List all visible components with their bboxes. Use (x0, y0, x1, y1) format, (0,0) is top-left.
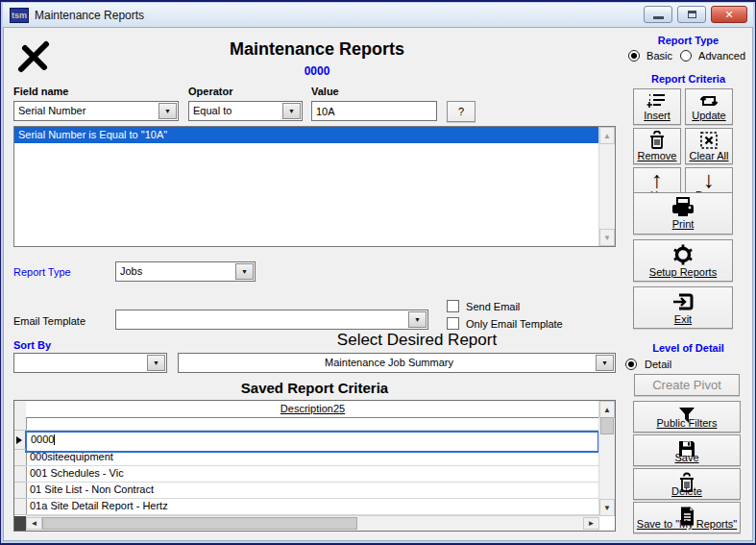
exit-button[interactable]: Exit (633, 286, 733, 329)
chevron-down-icon[interactable]: ▼ (408, 311, 427, 328)
grid-row[interactable]: 01 Site List - Non Contract (26, 482, 599, 499)
selector-line (14, 498, 26, 499)
scroll-left-icon[interactable]: ◄ (26, 517, 42, 530)
printer-icon (670, 197, 696, 218)
grid-column-header[interactable]: Description25 (26, 401, 599, 418)
grid-vscrollbar[interactable]: ▲ ▼ (598, 401, 615, 516)
operator-combo[interactable]: Equal to ▼ (188, 101, 303, 121)
basic-radio[interactable] (628, 50, 640, 62)
detail-radio-row: Detail (625, 359, 671, 370)
criteria-listbox[interactable]: Serial Number is Equal to "10A" ▲ ▼ (13, 126, 616, 247)
chevron-down-icon[interactable]: ▼ (147, 355, 165, 371)
only-email-checkbox-row[interactable]: Only Email Template (447, 317, 563, 330)
only-email-template-label: Only Email Template (466, 318, 563, 330)
basic-radio-label: Basic (646, 50, 672, 62)
minimize-button[interactable] (644, 6, 672, 23)
insert-button-label: Insert (644, 110, 671, 121)
selector-line (14, 514, 26, 515)
sidebar-report-type-heading: Report Type (624, 35, 752, 46)
scroll-down-icon[interactable]: ▼ (599, 229, 615, 246)
close-button[interactable]: ✕ (711, 6, 747, 23)
email-template-combo[interactable]: ▼ (115, 310, 428, 330)
sort-by-combo[interactable]: ▼ (13, 353, 167, 373)
create-pivot-button[interactable]: Create Pivot (634, 374, 740, 396)
insert-button[interactable]: Insert (633, 88, 681, 125)
chevron-down-icon[interactable]: ▼ (159, 103, 177, 119)
only-email-template-checkbox[interactable] (447, 317, 459, 330)
hscroll-thumb[interactable] (42, 517, 357, 530)
desired-report-value: Maintenance Job Summary (183, 357, 596, 368)
maximize-icon (688, 11, 696, 18)
report-type-radios: Basic Advanced (628, 50, 745, 62)
operator-value: Equal to (193, 105, 282, 116)
scroll-down-icon[interactable]: ▼ (599, 499, 615, 516)
gear-icon (671, 243, 695, 266)
scroll-up-icon[interactable]: ▲ (599, 401, 615, 418)
exit-button-label: Exit (674, 313, 692, 325)
vscroll-thumb[interactable] (600, 417, 614, 434)
print-button[interactable]: Print (633, 192, 733, 235)
delete-button-label: Delete (671, 485, 702, 497)
level-of-detail-heading: Level of Detail (624, 342, 752, 354)
report-type-value: Jobs (120, 265, 235, 277)
send-email-label: Send Email (466, 301, 520, 312)
grid-row[interactable]: 01a Site Detail Report - Hertz (26, 498, 599, 515)
select-desired-report-heading: Select Desired Report (196, 331, 638, 350)
detail-radio[interactable] (625, 359, 637, 370)
text-caret (54, 434, 55, 445)
selector-line (14, 465, 26, 466)
report-type-combo[interactable]: Jobs ▼ (115, 261, 256, 282)
help-button-label: ? (458, 106, 464, 117)
grid-blank-row[interactable] (26, 417, 599, 431)
selector-line (14, 449, 26, 450)
clear-all-icon (699, 131, 719, 150)
send-email-checkbox-row[interactable]: Send Email (447, 300, 520, 312)
maximize-button[interactable] (677, 6, 706, 23)
update-button[interactable]: Update (685, 88, 733, 125)
saved-report-grid[interactable]: Description25 0000 000siteequipment 001 … (13, 400, 616, 532)
field-name-combo[interactable]: Serial Number ▼ (13, 101, 179, 121)
trash-icon (647, 131, 667, 150)
scroll-right-icon[interactable]: ► (583, 517, 599, 530)
chevron-down-icon[interactable]: ▼ (282, 103, 301, 119)
save-button-label: Save (674, 452, 698, 463)
maintenance-reports-window: tsm Maintenance Reports ✕ Maintenance Re… (0, 0, 756, 545)
field-name-value: Serial Number (18, 105, 159, 116)
remove-button-label: Remove (638, 150, 677, 161)
email-template-label: Email Template (13, 315, 85, 327)
selector-line (14, 482, 26, 483)
help-button[interactable]: ? (447, 101, 476, 122)
print-button-label: Print (672, 218, 695, 230)
save-to-my-reports-button[interactable]: Save to "My Reports" (633, 502, 741, 533)
insert-icon (646, 92, 668, 110)
save-to-my-reports-button-label: Save to "My Reports" (637, 518, 737, 530)
clear-all-button[interactable]: Clear All (685, 128, 733, 164)
sort-by-label: Sort By (13, 339, 51, 351)
setup-reports-button[interactable]: Setup Reports (633, 239, 733, 282)
title-bar[interactable]: tsm Maintenance Reports ✕ (3, 3, 753, 27)
advanced-radio[interactable] (680, 50, 692, 62)
desired-report-combo[interactable]: Maintenance Job Summary ▼ (178, 353, 616, 373)
chevron-down-icon[interactable]: ▼ (235, 263, 254, 280)
grid-row[interactable]: 000siteequipment (26, 449, 599, 466)
grid-hscrollbar[interactable]: ◄ ► (26, 515, 599, 531)
value-input[interactable] (311, 101, 437, 121)
scroll-up-icon[interactable]: ▲ (599, 127, 615, 144)
criteria-item-selected[interactable]: Serial Number is Equal to "10A" (14, 127, 599, 143)
criteria-scrollbar[interactable]: ▲ ▼ (598, 127, 615, 246)
window-frame: tsm Maintenance Reports ✕ Maintenance Re… (0, 0, 756, 545)
operator-label: Operator (188, 86, 232, 97)
chevron-down-icon[interactable]: ▼ (596, 355, 614, 371)
grid-row[interactable]: 001 Schedules - Vic (26, 465, 599, 483)
remove-button[interactable]: Remove (633, 128, 681, 164)
public-filters-button-label: Public Filters (657, 417, 718, 429)
row-marker-icon (16, 436, 22, 444)
client-area: Maintenance Reports 0000 Field name Oper… (3, 27, 753, 541)
grid-corner (14, 516, 26, 531)
update-button-label: Update (692, 110, 725, 121)
send-email-checkbox[interactable] (447, 300, 459, 312)
public-filters-button[interactable]: Public Filters (633, 401, 741, 433)
delete-button[interactable]: Delete (633, 468, 741, 500)
setup-reports-button-label: Setup Reports (649, 266, 717, 278)
save-button[interactable]: Save (633, 434, 741, 466)
